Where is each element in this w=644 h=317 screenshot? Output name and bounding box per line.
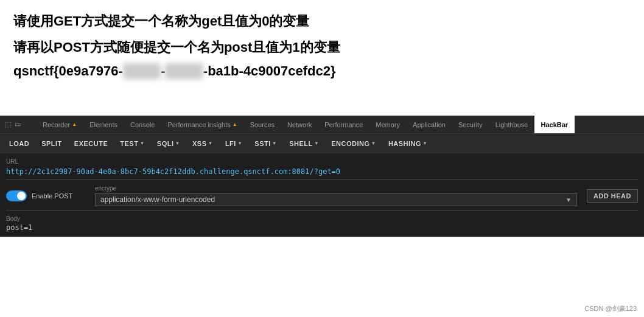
- tab-sources[interactable]: Sources: [244, 116, 281, 134]
- hackbar-content: URL http://2c1c2987-90ad-4e0a-8bc7-59b4c…: [0, 153, 644, 237]
- tab-recorder[interactable]: Recorder▲: [37, 116, 83, 134]
- flag-blurred2: ████: [165, 63, 203, 79]
- sqli-button[interactable]: SQLI▼: [152, 138, 186, 149]
- test-button[interactable]: TEST▼: [114, 138, 150, 149]
- flag-suffix: -ba1b-4c9007cefdc2}: [203, 63, 336, 78]
- lfi-arrow: ▼: [237, 141, 242, 146]
- instruction-line2: 请再以POST方式随便提交一个名为post且值为1的变量: [13, 37, 631, 57]
- flag-prefix: qsnctf{0e9a7976-: [13, 63, 123, 78]
- flag-line: qsnctf{0e9a7976-████-████-ba1b-4c9007cef…: [13, 63, 631, 79]
- enctype-label: enctype: [95, 185, 577, 192]
- tab-elements[interactable]: Elements: [83, 116, 124, 134]
- shell-arrow: ▼: [314, 141, 319, 146]
- enctype-select[interactable]: application/x-www-form-urlencoded ▼: [95, 193, 577, 206]
- xss-arrow: ▼: [208, 141, 212, 146]
- body-value[interactable]: post=1: [6, 223, 638, 232]
- enctype-selected-value: application/x-www-form-urlencoded: [100, 195, 215, 204]
- ssti-button[interactable]: SSTI▼: [249, 138, 282, 149]
- encoding-button[interactable]: ENCODING▼: [326, 138, 382, 149]
- url-section: URL http://2c1c2987-90ad-4e0a-8bc7-59b4c…: [6, 158, 638, 180]
- hackbar-toolbar: LOAD SPLIT EXECUTE TEST▼ SQLI▼ XSS▼ LFI▼…: [0, 134, 644, 153]
- tab-console[interactable]: Console: [124, 116, 161, 134]
- add-head-button[interactable]: ADD HEAD: [587, 189, 638, 203]
- flag-sep1: -: [161, 63, 165, 78]
- recorder-triangle: ▲: [72, 122, 77, 127]
- enable-post-container: Enable POST: [6, 190, 85, 201]
- tab-security[interactable]: Security: [452, 116, 489, 134]
- page-content: 请使用GET方式提交一个名称为get且值为0的变量 请再以POST方式随便提交一…: [0, 0, 644, 116]
- tab-memory[interactable]: Memory: [369, 116, 407, 134]
- tab-hackbar[interactable]: HackBar: [534, 116, 575, 134]
- ssti-arrow: ▼: [272, 141, 277, 146]
- url-label: URL: [6, 158, 638, 165]
- hashing-arrow: ▼: [422, 141, 427, 146]
- url-value[interactable]: http://2c1c2987-90ad-4e0a-8bc7-59b4c2f12…: [6, 166, 638, 180]
- tab-network[interactable]: Network: [281, 116, 318, 134]
- xss-button[interactable]: XSS▼: [187, 138, 219, 149]
- enable-post-label: Enable POST: [32, 192, 72, 200]
- enable-post-toggle[interactable]: [6, 190, 27, 201]
- tab-application[interactable]: Application: [407, 116, 452, 134]
- test-arrow: ▼: [139, 141, 144, 146]
- enctype-select-row: application/x-www-form-urlencoded ▼: [95, 193, 577, 206]
- tab-lighthouse[interactable]: Lighthouse: [489, 116, 535, 134]
- post-row: Enable POST enctype application/x-www-fo…: [6, 185, 638, 211]
- device-icon[interactable]: ▭: [15, 120, 21, 128]
- flag-blurred1: ████: [123, 63, 161, 79]
- execute-button[interactable]: EXECUTE: [69, 138, 113, 149]
- tab-performance[interactable]: Performance: [318, 116, 369, 134]
- sqli-arrow: ▼: [175, 141, 180, 146]
- tab-performance-insights[interactable]: Performance insights▲: [161, 116, 243, 134]
- enctype-section: enctype application/x-www-form-urlencode…: [95, 185, 577, 206]
- load-button[interactable]: LOAD: [4, 138, 35, 149]
- body-section: Body post=1: [6, 215, 638, 232]
- split-button[interactable]: SPLIT: [36, 138, 68, 149]
- devtools-panel: ⬚ ▭ Recorder▲ Elements Console Performan…: [0, 116, 644, 237]
- instruction-line1: 请使用GET方式提交一个名称为get且值为0的变量: [13, 11, 631, 31]
- enctype-dropdown-arrow: ▼: [565, 197, 572, 203]
- hashing-button[interactable]: HASHING▼: [383, 138, 433, 149]
- inspect-icon[interactable]: ⬚: [5, 120, 11, 128]
- body-label: Body: [6, 215, 638, 222]
- watermark: CSDN @剑豪123: [584, 304, 637, 313]
- lfi-button[interactable]: LFI▼: [220, 138, 248, 149]
- shell-button[interactable]: SHELL▼: [284, 138, 324, 149]
- devtools-icons: ⬚ ▭: [0, 120, 37, 128]
- encoding-arrow: ▼: [371, 141, 376, 146]
- devtools-tabbar: ⬚ ▭ Recorder▲ Elements Console Performan…: [0, 116, 644, 134]
